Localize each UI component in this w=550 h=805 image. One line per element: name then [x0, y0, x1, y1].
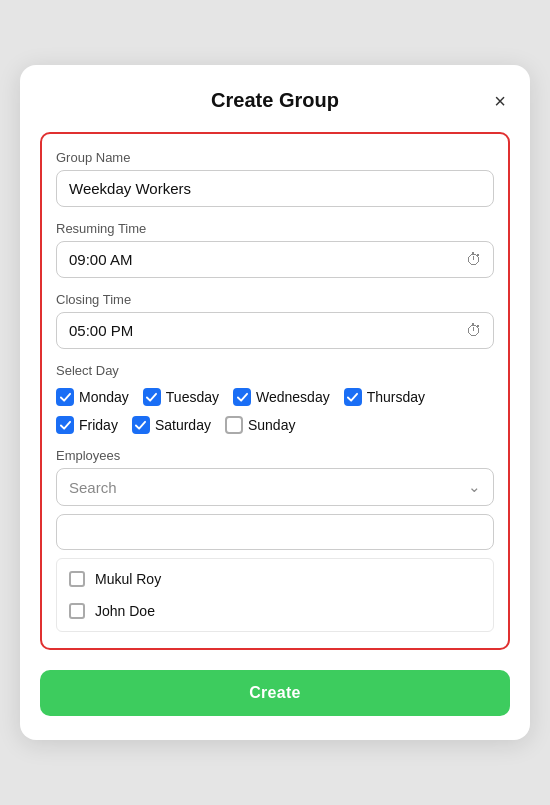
closing-time-input[interactable]	[56, 312, 494, 349]
employee-search-input[interactable]	[56, 514, 494, 550]
day-thursday[interactable]: Thursday	[344, 388, 425, 406]
day-saturday[interactable]: Saturday	[132, 416, 211, 434]
friday-label: Friday	[79, 417, 118, 433]
thursday-checkbox[interactable]	[344, 388, 362, 406]
day-friday[interactable]: Friday	[56, 416, 118, 434]
days-row-2: Friday Saturday Sunday	[56, 416, 494, 434]
employee-name-john: John Doe	[95, 603, 155, 619]
employees-label: Employees	[56, 448, 494, 463]
mukul-checkbox[interactable]	[69, 571, 85, 587]
closing-time-label: Closing Time	[56, 292, 494, 307]
wednesday-checkbox[interactable]	[233, 388, 251, 406]
employee-item-mukul[interactable]: Mukul Roy	[57, 563, 493, 595]
select-day-field: Select Day Monday Tuesday	[56, 363, 494, 434]
create-group-modal: Create Group × Group Name Resuming Time …	[20, 65, 530, 740]
employees-field: Employees Search ⌄ 🔍 Mukul Roy John Doe	[56, 448, 494, 632]
wednesday-label: Wednesday	[256, 389, 330, 405]
day-monday[interactable]: Monday	[56, 388, 129, 406]
tuesday-checkbox[interactable]	[143, 388, 161, 406]
sunday-label: Sunday	[248, 417, 295, 433]
employee-name-mukul: Mukul Roy	[95, 571, 161, 587]
tuesday-label: Tuesday	[166, 389, 219, 405]
friday-checkbox[interactable]	[56, 416, 74, 434]
modal-header: Create Group ×	[40, 89, 510, 112]
resuming-time-label: Resuming Time	[56, 221, 494, 236]
closing-time-wrapper: ⏱	[56, 312, 494, 349]
resuming-time-wrapper: ⏱	[56, 241, 494, 278]
saturday-label: Saturday	[155, 417, 211, 433]
chevron-down-icon: ⌄	[468, 478, 481, 496]
group-name-field: Group Name	[56, 150, 494, 207]
resuming-time-field: Resuming Time ⏱	[56, 221, 494, 278]
create-button[interactable]: Create	[40, 670, 510, 716]
sunday-checkbox[interactable]	[225, 416, 243, 434]
days-row-1: Monday Tuesday Wednesday	[56, 388, 494, 406]
group-name-label: Group Name	[56, 150, 494, 165]
resuming-time-input[interactable]	[56, 241, 494, 278]
saturday-checkbox[interactable]	[132, 416, 150, 434]
employees-dropdown[interactable]: Search ⌄	[56, 468, 494, 506]
clock-icon-2: ⏱	[466, 322, 482, 340]
clock-icon: ⏱	[466, 251, 482, 269]
day-tuesday[interactable]: Tuesday	[143, 388, 219, 406]
john-checkbox[interactable]	[69, 603, 85, 619]
search-input-wrapper: 🔍	[56, 514, 494, 550]
day-sunday[interactable]: Sunday	[225, 416, 295, 434]
employee-item-john[interactable]: John Doe	[57, 595, 493, 627]
closing-time-field: Closing Time ⏱	[56, 292, 494, 349]
monday-checkbox[interactable]	[56, 388, 74, 406]
group-name-input[interactable]	[56, 170, 494, 207]
search-placeholder-text: Search	[69, 479, 117, 496]
select-day-label: Select Day	[56, 363, 494, 378]
form-container: Group Name Resuming Time ⏱ Closing Time …	[40, 132, 510, 650]
day-wednesday[interactable]: Wednesday	[233, 388, 330, 406]
modal-title: Create Group	[211, 89, 339, 112]
employee-list: Mukul Roy John Doe	[56, 558, 494, 632]
thursday-label: Thursday	[367, 389, 425, 405]
close-button[interactable]: ×	[490, 89, 510, 113]
monday-label: Monday	[79, 389, 129, 405]
